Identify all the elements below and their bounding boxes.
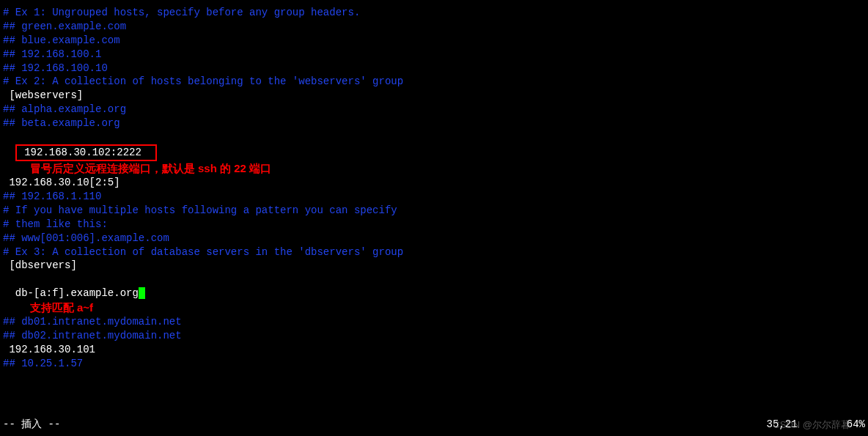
- comment-ip2: ## 192.168.100.10: [0, 62, 868, 75]
- comment-green: ## green.example.com: [0, 20, 868, 34]
- vim-status-bar: -- 插入 -- 35,21 64%: [0, 418, 868, 432]
- comment-db01: ## db01.intranet.mydomain.net: [0, 315, 868, 329]
- watermark: CSDN @尔尔辞暮: [773, 418, 850, 432]
- comment-ex3: # Ex 3: A collection of database servers…: [0, 245, 868, 259]
- group-dbservers: [dbservers]: [0, 259, 868, 273]
- comment-ip1025: ## 10.25.1.57: [0, 357, 868, 371]
- comment-pattern1: # If you have multiple hosts following a…: [0, 204, 868, 218]
- comment-ip110: ## 192.168.1.110: [0, 190, 868, 204]
- host-range: 192.168.30.10[2:5]: [0, 176, 868, 190]
- comment-ex2: # Ex 2: A collection of hosts belonging …: [0, 75, 868, 89]
- comment-ex1: # Ex 1: Ungrouped hosts, specify before …: [0, 6, 868, 20]
- comment-pattern2: # them like this:: [0, 218, 868, 232]
- comment-blue: ## blue.example.com: [0, 34, 868, 48]
- host-port-text: 192.168.30.102:2222: [18, 147, 154, 158]
- highlighted-host: 192.168.30.102:2222: [15, 144, 157, 161]
- comment-beta: ## beta.example.org: [0, 117, 868, 130]
- annotation-pattern: 支持匹配 a~f: [30, 300, 93, 315]
- vim-mode: -- 插入 --: [3, 418, 60, 432]
- cursor: [139, 287, 145, 299]
- group-webservers: [webservers]: [0, 89, 868, 103]
- comment-db02: ## db02.intranet.mydomain.net: [0, 329, 868, 343]
- db-pattern-row: db-[a:f].example.org 支持匹配 a~f: [0, 273, 868, 315]
- host-ip101: 192.168.30.101: [0, 343, 868, 357]
- comment-www: ## www[001:006].example.com: [0, 232, 868, 245]
- annotation-port: 冒号后定义远程连接端口，默认是 ssh 的 22 端口: [30, 161, 271, 176]
- db-pattern-text: db-[a:f].example.org: [15, 287, 139, 299]
- comment-ip1: ## 192.168.100.1: [0, 48, 868, 62]
- comment-alpha: ## alpha.example.org: [0, 103, 868, 117]
- highlighted-host-row: 192.168.30.102:2222 冒号后定义远程连接端口，默认是 ssh …: [0, 130, 868, 176]
